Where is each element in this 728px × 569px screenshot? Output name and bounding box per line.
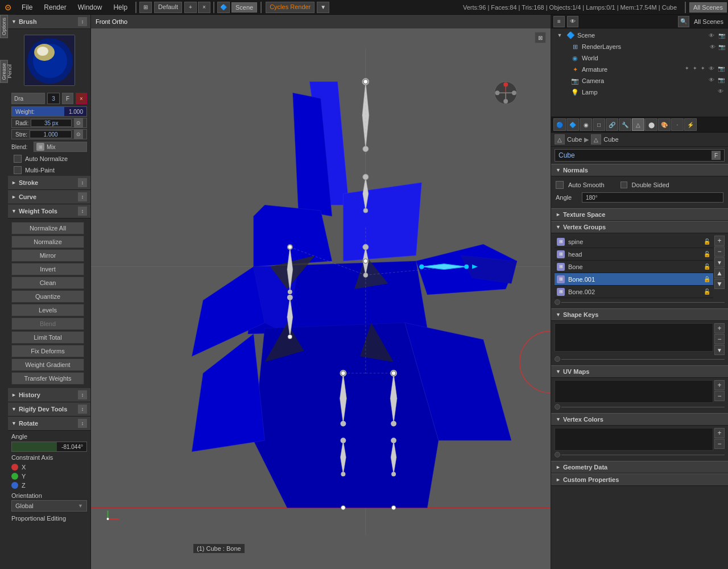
vg-bone001-lock[interactable]: 🔒 [703,275,711,283]
history-expand-btn[interactable]: ↕ [78,390,87,399]
all-scenes-select[interactable]: All Scenes [689,2,727,13]
stroke-expand-btn[interactable]: ↕ [78,178,87,187]
brush-expand-btn[interactable]: ↕ [78,17,87,26]
brush-mode-btn[interactable]: Dra [11,93,45,104]
remove-workspace-btn[interactable]: × [198,2,210,13]
object-name-field[interactable]: Cube F [555,149,725,162]
options-tab[interactable]: Options [0,15,8,38]
invert-btn[interactable]: Invert [11,263,84,275]
lamp-vis-btn[interactable]: 👁 [718,88,726,96]
rotate-expand-btn[interactable]: ↕ [78,419,87,428]
sk-specials-btn[interactable]: ▼ [714,345,725,355]
maximize-viewport-btn[interactable]: ⊠ [535,32,546,43]
double-sided-checkbox[interactable] [621,182,627,188]
uv-remove-btn[interactable]: − [714,391,725,401]
angle-value-field[interactable]: -81.044° [11,442,87,452]
normalize-btn[interactable]: Normalize [11,236,84,248]
vc-remove-btn[interactable]: − [714,439,725,449]
multi-paint-checkbox[interactable] [14,166,22,174]
camera-render-btn[interactable]: 📷 [718,77,726,85]
outliner-search-btn[interactable]: 🔍 [678,16,689,27]
uv-add-btn[interactable]: + [714,380,725,390]
add-workspace-btn[interactable]: + [184,2,197,13]
vertex-colors-section-header[interactable]: Vertex Colors [551,413,728,426]
strength-value[interactable]: 1.000 [30,130,72,138]
prop-tab-render[interactable]: 🔵 [553,118,566,131]
vg-item-bone[interactable]: ⊞ Bone 🔓 [555,261,713,273]
vg-bone-lock[interactable]: 🔓 [703,263,711,271]
rigify-expand-btn[interactable]: ↕ [78,405,87,414]
menu-window[interactable]: Window [72,0,108,15]
sk-remove-btn[interactable]: − [714,334,725,344]
outliner-item-lamp[interactable]: 💡 Lamp 👁 [551,86,728,98]
engine-settings-btn[interactable]: ▼ [317,2,329,13]
normalize-all-btn[interactable]: Normalize All [11,222,84,234]
brush-clear-btn[interactable]: × [76,93,87,104]
workspace-select[interactable]: Default [154,2,182,13]
stroke-section-header[interactable]: Stroke ↕ [8,176,90,190]
outliner-item-camera[interactable]: 📷 Camera 👁 📷 [551,75,728,86]
weight-field[interactable]: Weight: 1.000 [11,106,87,117]
mirror-btn[interactable]: Mirror [11,249,84,262]
brush-number-field[interactable]: 3 [47,93,60,104]
outliner-item-armature[interactable]: ✦ Armature ✦ ✦ ✦ 👁 📷 [551,64,728,75]
rigify-section-header[interactable]: Rigify Dev Tools ↕ [8,402,90,417]
prop-tab-data[interactable]: △ [632,118,644,131]
vg-item-bone001[interactable]: ⊞ Bone.001 🔒 [555,273,713,286]
texture-space-section-header[interactable]: Texture Space [551,208,728,221]
scene-select[interactable]: Scene [231,2,257,13]
prop-tab-scene[interactable]: 🔷 [566,118,579,131]
normals-section-header[interactable]: Normals [551,164,728,176]
blend-btn[interactable]: Blend [11,318,84,330]
menu-help[interactable]: Help [107,0,133,15]
radius-value[interactable]: 35 px [31,119,72,127]
outliner-item-renderlayers[interactable]: ⊞ RenderLayers 👁 📷 [551,41,728,52]
strength-type-btn[interactable]: ⊙ [74,130,83,139]
rl-render-btn[interactable]: 📷 [718,43,726,51]
outliner-item-scene[interactable]: ▼ 🔷 Scene 👁 📷 [551,30,728,41]
rotate-section-header[interactable]: Rotate ↕ [8,417,90,431]
layout-icon[interactable]: ⊞ [139,2,152,13]
menu-render[interactable]: Render [38,0,72,15]
vg-spine-lock[interactable]: 🔓 [703,238,711,246]
sk-add-btn[interactable]: + [714,323,725,333]
auto-normalize-checkbox[interactable] [14,155,22,163]
prop-tab-world[interactable]: ◉ [580,118,592,131]
auto-smooth-checkbox[interactable] [556,181,564,189]
prop-tab-modifiers[interactable]: 🔧 [619,118,631,131]
mesh-icon-btn2[interactable]: △ [591,134,601,145]
armature-btn2[interactable]: ✦ [693,65,700,72]
normals-angle-value[interactable]: 180° [582,192,723,203]
vg-head-lock[interactable]: 🔓 [703,250,711,258]
armature-render-btn[interactable]: 📷 [718,65,726,73]
quantize-btn[interactable]: Quantize [11,290,84,303]
menu-file[interactable]: File [16,0,38,15]
prop-tab-object[interactable]: □ [593,118,605,131]
outliner-item-world[interactable]: ◉ World [551,52,728,64]
weight-tools-expand-btn[interactable]: ↕ [78,207,87,216]
fix-deforms-btn[interactable]: Fix Deforms [11,345,84,357]
vg-item-head[interactable]: ⊞ head 🔓 [555,248,713,261]
object-name-f-btn[interactable]: F [712,151,721,160]
vg-add-btn[interactable]: + [714,236,725,246]
weight-tools-section-header[interactable]: Weight Tools ↕ [8,204,90,218]
camera-vis-btn[interactable]: 👁 [709,77,717,85]
prop-tab-physics[interactable]: ⚡ [684,118,697,131]
vg-move-down-btn[interactable]: ▼ [714,279,725,289]
shape-keys-section-header[interactable]: Shape Keys [551,308,728,321]
brush-f-btn[interactable]: F [62,93,73,104]
uv-maps-section-header[interactable]: UV Maps [551,365,728,378]
curve-section-header[interactable]: Curve ↕ [8,190,90,204]
clean-btn[interactable]: Clean [11,277,84,289]
engine-select[interactable]: Cycles Render [266,2,315,13]
vg-bone002-lock[interactable]: 🔓 [703,288,711,296]
brush-section-header[interactable]: Brush ↕ [8,15,90,29]
vc-add-btn[interactable]: + [714,428,725,438]
prop-tab-constraints[interactable]: 🔗 [606,118,618,131]
history-section-header[interactable]: History ↕ [8,388,90,402]
vg-item-spine[interactable]: ⊞ spine 🔓 [555,236,713,248]
blend-select[interactable]: ⊞ Mix [34,142,87,152]
radius-type-btn[interactable]: ⊙ [74,118,83,127]
outliner-properties-btn[interactable]: ≡ [553,16,565,27]
levels-btn[interactable]: Levels [11,304,84,316]
